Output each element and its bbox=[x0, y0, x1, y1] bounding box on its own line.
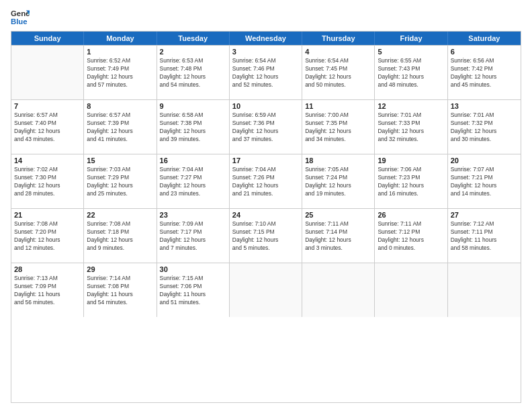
day-cell-27: 27Sunrise: 7:12 AM Sunset: 7:11 PM Dayli… bbox=[448, 209, 521, 263]
day-info: Sunrise: 7:08 AM Sunset: 7:20 PM Dayligh… bbox=[14, 220, 81, 253]
day-number: 26 bbox=[378, 211, 444, 219]
day-cell-24: 24Sunrise: 7:10 AM Sunset: 7:15 PM Dayli… bbox=[230, 209, 302, 263]
day-info: Sunrise: 6:57 AM Sunset: 7:39 PM Dayligh… bbox=[87, 111, 153, 144]
empty-cell bbox=[11, 46, 84, 99]
day-info: Sunrise: 7:09 AM Sunset: 7:17 PM Dayligh… bbox=[160, 220, 226, 253]
day-header-friday: Friday bbox=[375, 32, 447, 45]
day-cell-5: 5Sunrise: 6:55 AM Sunset: 7:43 PM Daylig… bbox=[375, 46, 447, 99]
day-cell-10: 10Sunrise: 6:59 AM Sunset: 7:36 PM Dayli… bbox=[230, 100, 302, 154]
day-cell-12: 12Sunrise: 7:01 AM Sunset: 7:33 PM Dayli… bbox=[375, 100, 447, 154]
day-cell-13: 13Sunrise: 7:01 AM Sunset: 7:32 PM Dayli… bbox=[448, 100, 521, 154]
day-cell-11: 11Sunrise: 7:00 AM Sunset: 7:35 PM Dayli… bbox=[302, 100, 375, 154]
day-info: Sunrise: 6:54 AM Sunset: 7:45 PM Dayligh… bbox=[305, 57, 371, 89]
day-header-saturday: Saturday bbox=[448, 32, 521, 45]
calendar-week-1: 1Sunrise: 6:52 AM Sunset: 7:49 PM Daylig… bbox=[11, 45, 521, 99]
day-number: 22 bbox=[87, 211, 153, 219]
day-cell-4: 4Sunrise: 6:54 AM Sunset: 7:45 PM Daylig… bbox=[302, 46, 375, 99]
calendar-body: 1Sunrise: 6:52 AM Sunset: 7:49 PM Daylig… bbox=[11, 45, 521, 317]
calendar-week-5: 28Sunrise: 7:13 AM Sunset: 7:09 PM Dayli… bbox=[11, 263, 521, 317]
day-info: Sunrise: 6:54 AM Sunset: 7:46 PM Dayligh… bbox=[232, 57, 299, 89]
day-number: 7 bbox=[14, 102, 81, 110]
day-number: 6 bbox=[451, 48, 518, 56]
day-cell-6: 6Sunrise: 6:56 AM Sunset: 7:42 PM Daylig… bbox=[448, 46, 521, 99]
day-number: 5 bbox=[378, 48, 444, 56]
day-cell-21: 21Sunrise: 7:08 AM Sunset: 7:20 PM Dayli… bbox=[11, 209, 84, 263]
day-number: 13 bbox=[451, 102, 518, 110]
day-cell-25: 25Sunrise: 7:11 AM Sunset: 7:14 PM Dayli… bbox=[302, 209, 375, 263]
day-number: 8 bbox=[87, 102, 153, 110]
day-cell-28: 28Sunrise: 7:13 AM Sunset: 7:09 PM Dayli… bbox=[11, 263, 84, 317]
calendar-week-4: 21Sunrise: 7:08 AM Sunset: 7:20 PM Dayli… bbox=[11, 208, 521, 263]
day-number: 2 bbox=[160, 48, 226, 56]
day-number: 19 bbox=[378, 156, 444, 165]
day-info: Sunrise: 7:03 AM Sunset: 7:29 PM Dayligh… bbox=[87, 166, 153, 198]
day-cell-14: 14Sunrise: 7:02 AM Sunset: 7:30 PM Dayli… bbox=[11, 154, 84, 208]
day-info: Sunrise: 7:08 AM Sunset: 7:18 PM Dayligh… bbox=[87, 220, 153, 253]
day-cell-18: 18Sunrise: 7:05 AM Sunset: 7:24 PM Dayli… bbox=[302, 154, 375, 208]
day-number: 17 bbox=[232, 156, 299, 165]
calendar-week-2: 7Sunrise: 6:57 AM Sunset: 7:40 PM Daylig… bbox=[11, 99, 521, 154]
day-number: 11 bbox=[305, 102, 371, 110]
day-info: Sunrise: 7:00 AM Sunset: 7:35 PM Dayligh… bbox=[305, 111, 371, 144]
empty-cell bbox=[448, 263, 521, 317]
day-info: Sunrise: 6:55 AM Sunset: 7:43 PM Dayligh… bbox=[378, 57, 444, 89]
logo-icon: General Blue bbox=[11, 8, 30, 27]
empty-cell bbox=[302, 263, 375, 317]
day-number: 23 bbox=[160, 211, 226, 219]
day-cell-8: 8Sunrise: 6:57 AM Sunset: 7:39 PM Daylig… bbox=[84, 100, 157, 154]
day-info: Sunrise: 6:57 AM Sunset: 7:40 PM Dayligh… bbox=[14, 111, 81, 144]
day-number: 3 bbox=[232, 48, 299, 56]
day-number: 24 bbox=[232, 211, 299, 219]
day-info: Sunrise: 7:06 AM Sunset: 7:23 PM Dayligh… bbox=[378, 166, 444, 198]
calendar-week-3: 14Sunrise: 7:02 AM Sunset: 7:30 PM Dayli… bbox=[11, 154, 521, 208]
day-info: Sunrise: 6:59 AM Sunset: 7:36 PM Dayligh… bbox=[232, 111, 299, 144]
day-info: Sunrise: 7:01 AM Sunset: 7:32 PM Dayligh… bbox=[451, 111, 518, 144]
day-number: 14 bbox=[14, 156, 81, 165]
day-number: 30 bbox=[160, 265, 226, 273]
day-info: Sunrise: 7:12 AM Sunset: 7:11 PM Dayligh… bbox=[451, 220, 518, 253]
day-cell-9: 9Sunrise: 6:58 AM Sunset: 7:38 PM Daylig… bbox=[157, 100, 230, 154]
day-number: 20 bbox=[451, 156, 518, 165]
day-info: Sunrise: 7:01 AM Sunset: 7:33 PM Dayligh… bbox=[378, 111, 444, 144]
day-cell-23: 23Sunrise: 7:09 AM Sunset: 7:17 PM Dayli… bbox=[157, 209, 230, 263]
day-info: Sunrise: 7:05 AM Sunset: 7:24 PM Dayligh… bbox=[305, 166, 371, 198]
day-cell-1: 1Sunrise: 6:52 AM Sunset: 7:49 PM Daylig… bbox=[84, 46, 157, 99]
day-number: 4 bbox=[305, 48, 371, 56]
day-info: Sunrise: 7:07 AM Sunset: 7:21 PM Dayligh… bbox=[451, 166, 518, 198]
day-info: Sunrise: 7:02 AM Sunset: 7:30 PM Dayligh… bbox=[14, 166, 81, 198]
day-number: 29 bbox=[87, 265, 153, 273]
day-info: Sunrise: 6:56 AM Sunset: 7:42 PM Dayligh… bbox=[451, 57, 518, 89]
day-number: 21 bbox=[14, 211, 81, 219]
day-cell-29: 29Sunrise: 7:14 AM Sunset: 7:08 PM Dayli… bbox=[84, 263, 157, 317]
day-info: Sunrise: 6:58 AM Sunset: 7:38 PM Dayligh… bbox=[160, 111, 226, 144]
day-cell-16: 16Sunrise: 7:04 AM Sunset: 7:27 PM Dayli… bbox=[157, 154, 230, 208]
day-cell-20: 20Sunrise: 7:07 AM Sunset: 7:21 PM Dayli… bbox=[448, 154, 521, 208]
day-cell-15: 15Sunrise: 7:03 AM Sunset: 7:29 PM Dayli… bbox=[84, 154, 157, 208]
day-header-tuesday: Tuesday bbox=[157, 32, 230, 45]
day-number: 18 bbox=[305, 156, 371, 165]
day-info: Sunrise: 7:10 AM Sunset: 7:15 PM Dayligh… bbox=[232, 220, 299, 253]
day-info: Sunrise: 7:04 AM Sunset: 7:27 PM Dayligh… bbox=[160, 166, 226, 198]
day-cell-19: 19Sunrise: 7:06 AM Sunset: 7:23 PM Dayli… bbox=[375, 154, 447, 208]
day-info: Sunrise: 7:11 AM Sunset: 7:14 PM Dayligh… bbox=[305, 220, 371, 253]
day-info: Sunrise: 7:14 AM Sunset: 7:08 PM Dayligh… bbox=[87, 275, 153, 307]
day-cell-17: 17Sunrise: 7:04 AM Sunset: 7:26 PM Dayli… bbox=[230, 154, 302, 208]
day-info: Sunrise: 6:52 AM Sunset: 7:49 PM Dayligh… bbox=[87, 57, 153, 89]
day-cell-3: 3Sunrise: 6:54 AM Sunset: 7:46 PM Daylig… bbox=[230, 46, 302, 99]
day-cell-2: 2Sunrise: 6:53 AM Sunset: 7:48 PM Daylig… bbox=[157, 46, 230, 99]
day-number: 15 bbox=[87, 156, 153, 165]
day-header-monday: Monday bbox=[84, 32, 157, 45]
day-number: 10 bbox=[232, 102, 299, 110]
day-cell-30: 30Sunrise: 7:15 AM Sunset: 7:06 PM Dayli… bbox=[157, 263, 230, 317]
day-number: 16 bbox=[160, 156, 226, 165]
day-cell-22: 22Sunrise: 7:08 AM Sunset: 7:18 PM Dayli… bbox=[84, 209, 157, 263]
day-number: 25 bbox=[305, 211, 371, 219]
day-info: Sunrise: 7:11 AM Sunset: 7:12 PM Dayligh… bbox=[378, 220, 444, 253]
calendar: SundayMondayTuesdayWednesdayThursdayFrid… bbox=[11, 31, 521, 403]
day-info: Sunrise: 6:53 AM Sunset: 7:48 PM Dayligh… bbox=[160, 57, 226, 89]
day-cell-7: 7Sunrise: 6:57 AM Sunset: 7:40 PM Daylig… bbox=[11, 100, 84, 154]
day-number: 1 bbox=[87, 48, 153, 56]
day-number: 28 bbox=[14, 265, 81, 273]
day-header-thursday: Thursday bbox=[302, 32, 375, 45]
calendar-header-row: SundayMondayTuesdayWednesdayThursdayFrid… bbox=[11, 32, 521, 45]
